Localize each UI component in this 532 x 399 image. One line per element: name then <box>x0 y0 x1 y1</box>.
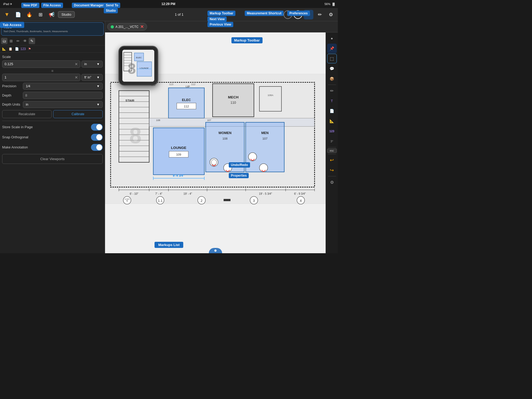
rs-divider-1 <box>328 85 336 85</box>
blueprint-container[interactable]: STAIR <box>105 32 326 253</box>
measure-icon[interactable]: 📐 <box>1 46 7 52</box>
annotation-properties: Properties <box>229 173 249 178</box>
new-pdf-button[interactable]: ▼ <box>2 10 12 19</box>
selection-button[interactable]: ⬚ <box>327 54 337 63</box>
thumbnail-inner: ELEC LOUNGE 8 <box>122 50 154 82</box>
annotation-new-pdf: New PDF <box>21 3 39 8</box>
eye-icon[interactable]: 👁 <box>22 38 28 44</box>
svg-text:19' - 5 3/4": 19' - 5 3/4" <box>259 192 272 195</box>
annotation-document-manager: Document Manager <box>72 3 106 8</box>
pin-button[interactable]: 📌 <box>327 44 337 53</box>
scale2-clear-button[interactable]: ✕ <box>75 75 78 80</box>
scale-row-2: 1 ✕ ft' in" ▼ <box>2 74 103 81</box>
pen-tool-icon[interactable]: ✎ <box>29 38 35 44</box>
svg-text:107: 107 <box>263 137 268 140</box>
tool-chest-icon[interactable]: 🗂 <box>1 38 7 44</box>
svg-text:7' - 4": 7' - 4" <box>155 192 163 195</box>
depth-value: 8 <box>25 93 27 97</box>
svg-text:8: 8 <box>129 123 142 148</box>
pen-button[interactable]: ✏ <box>315 10 325 19</box>
status-bar-time: 12:29 PM <box>161 2 175 6</box>
studio-label: Studio <box>61 13 71 16</box>
text-button[interactable]: T <box>327 96 337 106</box>
depth-row: Depth 8 <box>2 92 103 99</box>
svg-text:LOUNGE: LOUNGE <box>171 146 186 150</box>
document-manager-button[interactable]: ⊞ <box>36 10 45 19</box>
battery-label: 56% <box>325 2 330 6</box>
scale-unit-dropdown[interactable]: in ▼ <box>81 61 103 68</box>
thumbnails-icon[interactable]: ⊞ <box>8 38 14 44</box>
svg-rect-28 <box>213 84 254 117</box>
svg-text:113: 113 <box>169 83 173 86</box>
left-panel: Tabs Tool Chest, Thumbnails, Bookmarks, … <box>0 21 105 253</box>
depth-label: Depth <box>2 93 21 97</box>
make-annot-toggle[interactable] <box>91 144 103 151</box>
tabs-subtitle: Tool Chest, Thumbnails, Bookmarks, Searc… <box>3 30 101 33</box>
annotation-preferences: Preferences <box>287 11 310 16</box>
angle-icon: 3° <box>330 140 333 143</box>
scale-value-input[interactable]: 0.125 ✕ <box>2 60 80 68</box>
annotation-markup-toolbar-2: Markup Toolbar <box>231 37 263 43</box>
scale-label: Scale <box>2 55 103 59</box>
preferences-button[interactable]: ⚙ <box>326 10 336 19</box>
redo-button[interactable]: ↪ <box>327 165 337 175</box>
annotation-tab-access: Tab Access <box>0 22 24 28</box>
precision-dropdown[interactable]: 1/4 ▼ <box>23 83 103 90</box>
calibrate-button[interactable]: Calibrate <box>53 110 103 118</box>
studio-button[interactable]: Studio <box>58 11 75 18</box>
svg-text:108A: 108A <box>268 94 274 97</box>
svg-text:8'-4 3/4": 8'-4 3/4" <box>173 174 185 177</box>
scale-unit-label: in <box>84 62 87 66</box>
undo-button[interactable]: ↩ <box>327 155 337 165</box>
make-annot-row: Make Annotation <box>2 144 103 151</box>
list-icon[interactable]: 📋 <box>7 46 13 52</box>
thumbnail-overlay: ELEC LOUNGE 8 <box>118 46 158 86</box>
svg-text:6' - 9 3/4": 6' - 9 3/4" <box>294 192 306 195</box>
angle-button[interactable]: 3° <box>327 136 337 146</box>
flag-icon[interactable]: ⚑ <box>27 46 32 52</box>
circle-tool-button[interactable]: ● <box>327 34 337 43</box>
svg-text:112: 112 <box>191 83 196 86</box>
new-document-button[interactable]: 📄 <box>13 10 23 19</box>
snap-orthog-toggle[interactable] <box>91 134 103 141</box>
svg-text:6' - 10": 6' - 10" <box>130 192 138 195</box>
svg-text:109: 109 <box>176 153 181 156</box>
fire-icon-button[interactable]: 🔥 <box>24 10 34 19</box>
depth-input[interactable]: 8 <box>23 92 103 99</box>
scale-unit2-dropdown[interactable]: ft' in" ▼ <box>81 74 103 81</box>
scale-value2-input[interactable]: 1 ✕ <box>2 74 80 81</box>
svg-text:8: 8 <box>128 60 136 77</box>
store-scale-label: Store Scale in Page <box>2 125 33 129</box>
scale-clear-button[interactable]: ✕ <box>75 62 78 66</box>
page-icon[interactable]: 📄 <box>14 46 20 52</box>
stamp-button[interactable]: 📦 <box>327 74 337 84</box>
callout-button[interactable]: 💬 <box>327 64 337 73</box>
divider-1 <box>2 121 103 121</box>
document-tab[interactable]: A 201_..._VCTC ✕ <box>107 23 147 31</box>
close-tab-button[interactable]: ✕ <box>140 24 144 29</box>
tool-row-2: 📐 📋 📄 123 ⚑ <box>0 45 105 53</box>
rs-divider-3 <box>328 154 336 154</box>
rs-divider-2 <box>328 147 336 147</box>
annotation-pen-button[interactable]: ✏ <box>327 86 337 95</box>
depth-units-dropdown[interactable]: in ▼ <box>23 101 103 108</box>
send-to-button[interactable]: 📢 <box>47 10 56 19</box>
svg-text:MECH: MECH <box>228 95 239 99</box>
markup-icon[interactable]: ✏ <box>15 38 21 44</box>
clear-viewports-button[interactable]: Clear Viewports <box>2 154 103 164</box>
svg-point-52 <box>259 164 268 172</box>
store-scale-toggle[interactable] <box>91 124 103 131</box>
num-icon[interactable]: 123 <box>20 46 26 52</box>
text-icon: T <box>331 99 333 103</box>
esc-button[interactable]: esc <box>327 148 337 153</box>
layers-button[interactable]: 📄 <box>327 106 337 116</box>
ruler-button[interactable]: 📐 <box>327 116 337 126</box>
properties-gear-icon: ⚙ <box>330 180 334 185</box>
svg-text:3: 3 <box>253 199 255 203</box>
properties-button[interactable]: ⚙ <box>327 177 337 187</box>
recalculate-button[interactable]: Recalculate <box>2 110 52 118</box>
main-area: Tabs Tool Chest, Thumbnails, Bookmarks, … <box>0 21 338 253</box>
annotation-markup-toolbar: Markup Toolbar <box>207 11 235 16</box>
counter-button[interactable]: 123 <box>327 126 337 136</box>
annotation-next-view: Next View <box>207 16 227 22</box>
